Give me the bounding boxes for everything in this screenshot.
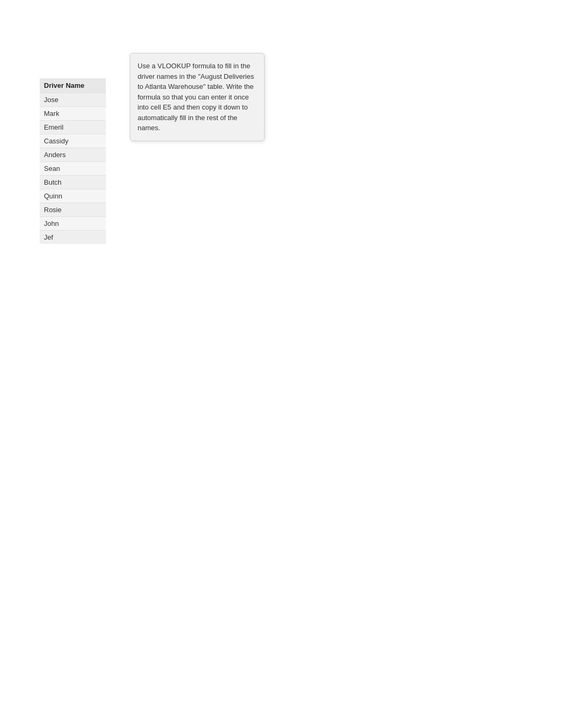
table-row: John <box>40 216 106 230</box>
table-row: Jef <box>40 230 106 244</box>
tooltip-box: Use a VLOOKUP formula to fill in the dri… <box>130 53 265 141</box>
tooltip-text: Use a VLOOKUP formula to fill in the dri… <box>138 62 254 132</box>
table-row: Cassidy <box>40 134 106 148</box>
table-row: Quinn <box>40 189 106 203</box>
table-header: Driver Name <box>40 78 106 93</box>
table-row: Emeril <box>40 120 106 134</box>
table-row: Sean <box>40 161 106 175</box>
table-row: Butch <box>40 175 106 189</box>
table-row: Jose <box>40 93 106 106</box>
table-row: Anders <box>40 148 106 161</box>
table-row: Rosie <box>40 203 106 216</box>
driver-name-table: Driver Name JoseMarkEmerilCassidyAndersS… <box>40 78 106 244</box>
table-row: Mark <box>40 106 106 120</box>
